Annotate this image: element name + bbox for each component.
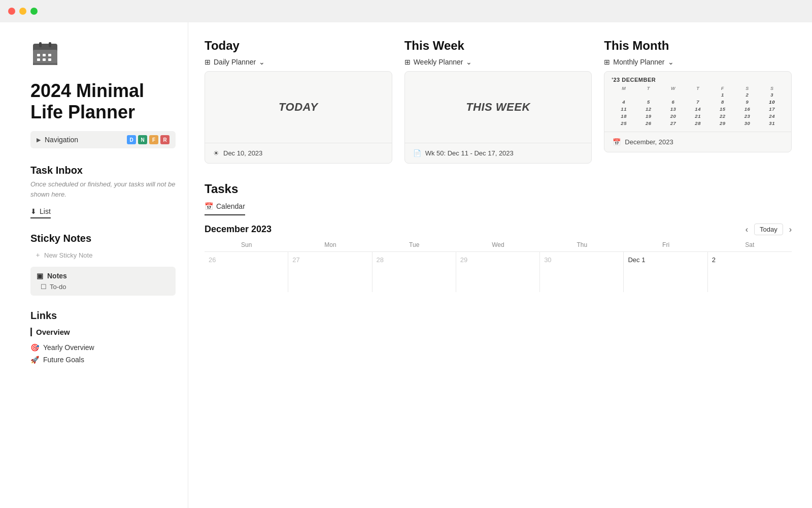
cal-cell-29: 29: [456, 252, 540, 292]
today-card-body: TODAY: [205, 72, 392, 143]
minimize-button[interactable]: [19, 8, 26, 15]
mini-cal-day: 6: [661, 99, 686, 105]
cal-header-w: W: [661, 86, 686, 91]
this-month-heading: This Month: [604, 39, 792, 53]
this-month-card[interactable]: '23 DECEMBER M T W T F S S: [604, 71, 792, 152]
links-section: Links Overview 🎯 Yearly Overview 🚀 Futur…: [30, 310, 176, 366]
monthly-planner-dropdown[interactable]: ⊞ Monthly Planner ⌄: [604, 58, 792, 66]
header-thu: Thu: [540, 241, 624, 248]
app-container: 2024 Minimal Life Planner ▶ Navigation D…: [0, 22, 812, 508]
weekly-planner-dropdown[interactable]: ⊞ Weekly Planner ⌄: [404, 58, 592, 66]
mini-cal-header: '23 DECEMBER: [612, 77, 784, 83]
cal-cell-30: 30: [540, 252, 624, 292]
mini-cal-day: 25: [612, 120, 636, 126]
todo-item[interactable]: ☐ To-do: [37, 283, 170, 291]
this-month-card-body: '23 DECEMBER M T W T F S S: [604, 72, 791, 132]
calendar-grid: Sun Mon Tue Wed Thu Fri Sat 26 27: [205, 241, 792, 292]
mini-cal-day: 16: [735, 106, 760, 112]
dropdown-chevron-weekly: ⌄: [466, 58, 472, 66]
yearly-overview-link[interactable]: 🎯 Yearly Overview: [30, 341, 176, 354]
mini-cal-day: [661, 91, 686, 98]
header-sun: Sun: [205, 241, 288, 248]
maximize-button[interactable]: [30, 8, 38, 15]
page-icon: [30, 39, 176, 74]
mini-cal-day: 8: [710, 99, 735, 105]
weekly-planner-label: Weekly Planner: [414, 58, 463, 66]
mini-cal-day: 13: [661, 106, 686, 112]
mini-cal-day: 3: [760, 91, 784, 98]
list-button[interactable]: ⬇ List: [30, 207, 51, 218]
dropdown-chevron-monthly: ⌄: [668, 58, 674, 66]
cal-header-s1: S: [735, 86, 760, 91]
cal-cell-dec2: 2: [708, 252, 792, 292]
mini-cal-day: 18: [612, 113, 636, 119]
titlebar: [0, 0, 812, 22]
list-label: List: [40, 207, 51, 215]
tasks-heading: Tasks: [205, 182, 792, 196]
navigation-bar[interactable]: ▶ Navigation D N F R: [30, 131, 176, 148]
close-button[interactable]: [8, 8, 15, 15]
task-inbox-title: Task Inbox: [30, 165, 176, 176]
mini-cal-day: 1: [710, 91, 735, 98]
today-card[interactable]: TODAY ☀ Dec 10, 2023: [205, 71, 392, 164]
calendar-tab[interactable]: 📅 Calendar: [205, 202, 245, 215]
calendar-tab-label: Calendar: [216, 202, 245, 210]
calendar-week-row: 26 27 28 29 30 Dec 1: [205, 251, 792, 292]
mini-cal-day: 2: [735, 91, 760, 98]
notes-icon: ▣: [37, 272, 43, 280]
mini-cal-day: 23: [735, 113, 760, 119]
cal-next-button[interactable]: ›: [789, 225, 792, 234]
svg-rect-12: [49, 42, 51, 47]
calendar-icon-month: 📅: [613, 138, 621, 146]
cal-header-t1: T: [636, 86, 661, 91]
yearly-overview-icon: 🎯: [30, 343, 39, 352]
cal-header-m: M: [612, 86, 636, 91]
this-week-card[interactable]: THIS WEEK 📄 Wk 50: Dec 11 - Dec 17, 2023: [404, 71, 592, 164]
this-month-column: This Month ⊞ Monthly Planner ⌄ '23 DECEM…: [604, 39, 792, 164]
header-wed: Wed: [456, 241, 540, 248]
mini-cal-label: '23 DECEMBER: [612, 77, 656, 83]
grid-icon-monthly: ⊞: [604, 58, 610, 66]
mini-cal-day: 12: [636, 106, 661, 112]
new-sticky-note-button[interactable]: ＋ New Sticky Note: [30, 247, 176, 263]
mini-cal-day: 30: [735, 120, 760, 126]
page-title: 2024 Minimal Life Planner: [30, 80, 176, 123]
future-goals-link[interactable]: 🚀 Future Goals: [30, 354, 176, 366]
mini-calendar-grid: M T W T F S S 1: [612, 86, 784, 126]
calendar-nav: ‹ Today ›: [746, 224, 792, 235]
cal-cell-dec1: Dec 1: [624, 252, 707, 292]
nav-badge-f: F: [149, 135, 158, 144]
svg-rect-8: [37, 58, 40, 61]
today-date: Dec 10, 2023: [223, 149, 262, 157]
sidebar: 2024 Minimal Life Planner ▶ Navigation D…: [0, 22, 188, 508]
this-month-card-footer: 📅 December, 2023: [604, 132, 791, 152]
nav-arrow-icon: ▶: [37, 137, 41, 143]
grid-icon-daily: ⊞: [205, 58, 211, 66]
svg-rect-9: [43, 58, 46, 61]
task-inbox-subtitle: Once scheduled or finished, your tasks w…: [30, 179, 176, 199]
mini-cal-day: 26: [636, 120, 661, 126]
this-week-heading: This Week: [404, 39, 592, 53]
svg-rect-6: [43, 54, 46, 56]
mini-cal-day: [686, 91, 710, 98]
cal-today-button[interactable]: Today: [754, 224, 783, 235]
mini-cal-day: 5: [636, 99, 661, 105]
daily-planner-dropdown[interactable]: ⊞ Daily Planner ⌄: [205, 58, 392, 66]
plus-icon: ＋: [35, 250, 41, 260]
checkbox-icon: ☐: [41, 283, 47, 291]
today-card-footer: ☀ Dec 10, 2023: [205, 143, 392, 163]
this-week-card-footer: 📄 Wk 50: Dec 11 - Dec 17, 2023: [405, 143, 592, 163]
cal-prev-button[interactable]: ‹: [746, 225, 748, 234]
nav-label: Navigation: [45, 136, 123, 144]
svg-rect-7: [48, 54, 51, 56]
monthly-planner-label: Monthly Planner: [613, 58, 664, 66]
this-week-column: This Week ⊞ Weekly Planner ⌄ THIS WEEK 📄…: [404, 39, 592, 164]
sticky-notes-item[interactable]: ▣ Notes ☐ To-do: [30, 267, 176, 296]
mini-cal-day: 31: [760, 120, 784, 126]
cal-cell-27: 27: [288, 252, 372, 292]
yearly-overview-label: Yearly Overview: [43, 343, 94, 352]
daily-planner-label: Daily Planner: [214, 58, 256, 66]
mini-cal-day: 29: [710, 120, 735, 126]
header-mon: Mon: [288, 241, 372, 248]
header-tue: Tue: [373, 241, 456, 248]
